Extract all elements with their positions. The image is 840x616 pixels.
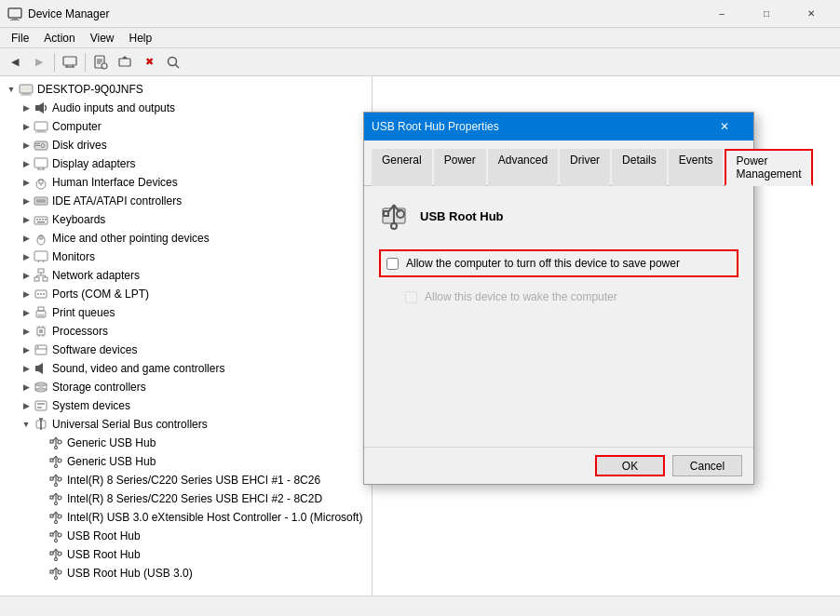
tree-item-monitors[interactable]: ▶ Monitors xyxy=(0,248,372,266)
tree-item-usb[interactable]: ▼ Universal Serial Bus controllers xyxy=(0,415,372,434)
tree-item-usbroothub3[interactable]: ▶ USB Root Hub (USB 3.0) xyxy=(0,564,372,583)
expand-sound[interactable]: ▶ xyxy=(19,361,34,376)
tree-item-software[interactable]: ▶ Software devices xyxy=(0,341,372,359)
expand-ide[interactable]: ▶ xyxy=(19,194,34,208)
app-icon xyxy=(7,7,22,21)
tree-item-usbroothub1[interactable]: ▶ USB Root Hub xyxy=(0,527,372,545)
tab-general[interactable]: General xyxy=(372,149,432,186)
menu-file[interactable]: File xyxy=(4,30,36,47)
usbroothub2-label: USB Root Hub xyxy=(67,548,141,561)
expand-system[interactable]: ▶ xyxy=(19,398,34,413)
tree-item-hid[interactable]: ▶ Human Interface Devices xyxy=(0,173,372,192)
device-tree[interactable]: ▼ DESKTOP-9Q0JNFS ▶ Audio inputs and xyxy=(0,76,373,616)
tree-item-ports[interactable]: ▶ Ports (COM & LPT) xyxy=(0,285,372,303)
tab-events[interactable]: Events xyxy=(669,149,724,186)
expand-audio[interactable]: ▶ xyxy=(19,100,34,115)
software-label: Software devices xyxy=(52,343,137,356)
tree-item-computer[interactable]: ▶ Computer xyxy=(0,117,372,136)
tree-item-root[interactable]: ▼ DESKTOP-9Q0JNFS xyxy=(0,80,372,99)
maximize-button[interactable]: □ xyxy=(745,0,788,28)
cancel-button[interactable]: Cancel xyxy=(672,455,742,476)
menu-view[interactable]: View xyxy=(83,30,122,47)
expand-keyboard[interactable]: ▶ xyxy=(19,212,34,227)
tree-item-system[interactable]: ▶ System devices xyxy=(0,396,372,415)
expand-ports[interactable]: ▶ xyxy=(19,287,34,301)
tree-item-generic1[interactable]: ▶ Generic USB Hub xyxy=(0,434,372,452)
audio-icon xyxy=(34,100,48,115)
expand-monitors[interactable]: ▶ xyxy=(19,249,34,264)
svg-rect-42 xyxy=(45,219,47,221)
tree-item-intel2[interactable]: ▶ Intel(R) 8 Series/C220 Series USB EHCI… xyxy=(0,489,372,508)
svg-rect-80 xyxy=(37,407,42,408)
usb-device-icon5 xyxy=(48,510,63,525)
tab-driver[interactable]: Driver xyxy=(560,149,610,186)
svg-point-105 xyxy=(55,540,58,542)
tab-details[interactable]: Details xyxy=(612,149,667,186)
update-driver-button[interactable] xyxy=(114,51,136,74)
svg-rect-47 xyxy=(34,251,47,261)
expand-disk[interactable]: ▶ xyxy=(19,138,34,153)
usb-device-icon xyxy=(48,435,63,450)
generic2-label: Generic USB Hub xyxy=(67,455,156,468)
uninstall-button[interactable]: ✖ xyxy=(138,51,160,74)
ok-button[interactable]: OK xyxy=(595,455,665,476)
dialog-tabs: General Power Advanced Driver Details Ev… xyxy=(364,141,753,186)
toolbar-sep-1 xyxy=(54,53,55,72)
close-button[interactable]: ✕ xyxy=(790,0,833,28)
tree-item-keyboard[interactable]: ▶ Keyboards xyxy=(0,210,372,229)
allow-wake-checkbox[interactable] xyxy=(405,291,417,303)
tree-item-generic2[interactable]: ▶ Generic USB Hub xyxy=(0,452,372,471)
tree-item-sound[interactable]: ▶ Sound, video and game controllers xyxy=(0,359,372,378)
ide-label: IDE ATA/ATAPI controllers xyxy=(52,194,182,208)
tree-item-audio[interactable]: ▶ Audio inputs and outputs xyxy=(0,99,372,117)
back-button[interactable]: ◀ xyxy=(4,51,26,74)
toolbar: ◀ ▶ i ✖ xyxy=(0,48,840,76)
allow-turnoff-row: Allow the computer to turn off this devi… xyxy=(379,249,738,277)
expand-storage[interactable]: ▶ xyxy=(19,380,34,395)
tree-item-intel3[interactable]: ▶ Intel(R) USB 3.0 eXtensible Host Contr… xyxy=(0,508,372,527)
forward-button[interactable]: ▶ xyxy=(28,51,50,74)
ports-icon xyxy=(34,287,48,301)
tree-item-network[interactable]: ▶ Network adapters xyxy=(0,266,372,285)
tree-item-disk[interactable]: ▶ Disk drives xyxy=(0,136,372,154)
svg-rect-27 xyxy=(35,143,40,144)
expand-root[interactable]: ▼ xyxy=(4,82,19,97)
menu-help[interactable]: Help xyxy=(122,30,160,47)
hid-label: Human Interface Devices xyxy=(52,176,178,189)
expand-hid[interactable]: ▶ xyxy=(19,175,34,190)
tree-item-storage[interactable]: ▶ Storage controllers xyxy=(0,378,372,396)
expand-processors[interactable]: ▶ xyxy=(19,324,34,339)
computer-button[interactable] xyxy=(59,51,81,74)
expand-network[interactable]: ▶ xyxy=(19,268,34,283)
expand-display[interactable]: ▶ xyxy=(19,156,34,171)
tab-advanced[interactable]: Advanced xyxy=(488,149,558,186)
tree-item-print[interactable]: ▶ Print queues xyxy=(0,303,372,322)
expand-software[interactable]: ▶ xyxy=(19,342,34,357)
svg-rect-24 xyxy=(35,132,47,133)
svg-point-109 xyxy=(55,558,58,561)
tab-power-management[interactable]: Power Management xyxy=(725,149,812,186)
tab-power[interactable]: Power xyxy=(434,149,486,186)
properties-button[interactable]: i xyxy=(89,51,112,74)
dialog-close-button[interactable]: ✕ xyxy=(703,113,746,141)
allow-wake-label: Allow this device to wake the computer xyxy=(425,290,617,303)
allow-turnoff-checkbox[interactable] xyxy=(386,258,399,270)
svg-point-59 xyxy=(40,293,42,295)
svg-rect-50 xyxy=(38,269,44,273)
menu-action[interactable]: Action xyxy=(36,30,82,47)
expand-computer[interactable]: ▶ xyxy=(19,119,34,134)
svg-marker-14 xyxy=(122,56,128,59)
tree-item-processors[interactable]: ▶ Processors xyxy=(0,322,372,341)
expand-print[interactable]: ▶ xyxy=(19,305,34,320)
tree-item-usbroothub2[interactable]: ▶ USB Root Hub xyxy=(0,545,372,564)
tree-item-ide[interactable]: ▶ IDE ATA/ATAPI controllers xyxy=(0,192,372,210)
tree-item-mice[interactable]: ▶ Mice and other pointing devices xyxy=(0,229,372,248)
network-label: Network adapters xyxy=(52,269,140,282)
expand-usb[interactable]: ▼ xyxy=(19,417,34,432)
expand-mice[interactable]: ▶ xyxy=(19,231,34,246)
svg-rect-83 xyxy=(50,440,53,443)
tree-item-intel1[interactable]: ▶ Intel(R) 8 Series/C220 Series USB EHCI… xyxy=(0,471,372,489)
minimize-button[interactable]: – xyxy=(700,0,743,28)
scan-button[interactable] xyxy=(162,51,184,74)
tree-item-display[interactable]: ▶ Display adapters xyxy=(0,154,372,173)
